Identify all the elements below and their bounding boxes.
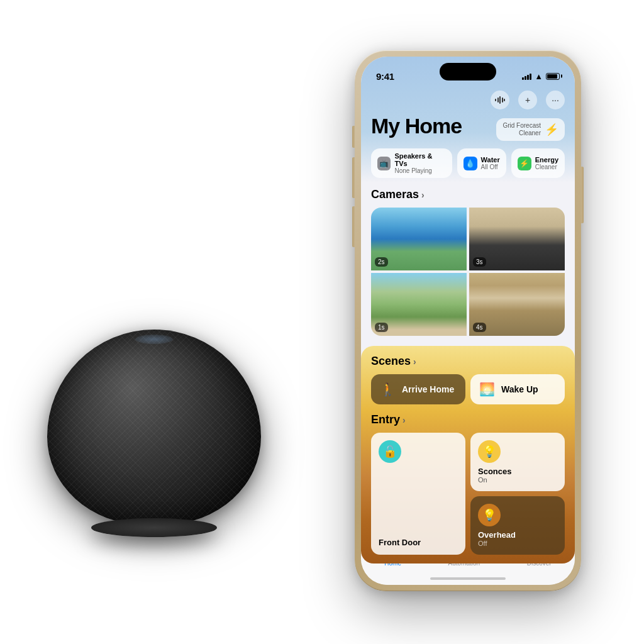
status-bar: 9:41 ▲ — [361, 57, 575, 87]
entry-label: Entry — [371, 413, 400, 426]
homepod — [38, 311, 270, 543]
grid-forecast-text-group: Grid Forecast Cleaner — [502, 122, 541, 137]
chip-speakers-sub: None Playing — [394, 167, 445, 174]
wake-up-icon: 🌅 — [479, 382, 495, 397]
entry-devices-grid: 🔓 Front Door 💡 Sconces On — [371, 433, 565, 555]
sconces-card[interactable]: 💡 Sconces On — [470, 433, 565, 491]
battery-fill — [547, 74, 557, 79]
entry-chevron-icon: › — [402, 415, 406, 425]
energy-icon: ⚡ — [518, 157, 531, 170]
sconces-text-group: Sconces On — [478, 467, 557, 484]
wave-bar-2 — [497, 97, 499, 103]
cameras-chevron-icon: › — [421, 190, 425, 200]
front-door-card[interactable]: 🔓 Front Door — [371, 433, 465, 555]
camera-pool-badge: 2s — [375, 257, 388, 267]
overhead-name: Overhead — [478, 530, 557, 540]
status-icons: ▲ — [522, 72, 560, 81]
wave-bar-1 — [495, 99, 496, 101]
scenes-chevron-icon: › — [413, 357, 416, 367]
entry-section: Entry › 🔓 Front Door — [371, 413, 565, 555]
screen-content: + ··· My Home Grid Forecast Cleaner — [361, 87, 575, 565]
iphone-frame: 9:41 ▲ — [355, 50, 581, 591]
camera-garage-badge: 3s — [473, 257, 486, 267]
chip-water[interactable]: 💧 Water All Off — [457, 148, 506, 178]
iphone-screen: 9:41 ▲ — [361, 57, 575, 585]
homepod-base — [91, 518, 217, 537]
chip-energy-text: Energy Cleaner — [535, 156, 558, 170]
more-button[interactable]: ··· — [546, 91, 565, 109]
battery-icon — [546, 73, 560, 80]
wake-up-label: Wake Up — [501, 384, 538, 394]
grid-forecast-line2: Cleaner — [502, 130, 541, 137]
arrive-home-icon: 🚶 — [380, 382, 396, 397]
status-time: 9:41 — [376, 71, 394, 82]
waveform-icon — [495, 96, 505, 104]
waveform-button[interactable] — [491, 91, 509, 109]
chip-energy-sub: Cleaner — [535, 164, 558, 170]
category-chips: 📺 Speakers & TVs None Playing 💧 Water Al… — [371, 148, 565, 178]
wave-bar-5 — [504, 99, 505, 101]
scenes-section: Scenes › 🚶 Arrive Home 🌅 Wake — [371, 355, 565, 404]
homepod-body — [47, 330, 261, 525]
chip-energy-label: Energy — [535, 156, 558, 164]
camera-living-room[interactable]: 4s — [469, 273, 565, 336]
volume-up-button — [352, 157, 355, 198]
wifi-icon: ▲ — [535, 72, 543, 81]
chip-water-sub: All Off — [481, 164, 500, 170]
dynamic-island — [440, 63, 496, 80]
front-door-name: Front Door — [379, 538, 458, 547]
iphone: 9:41 ▲ — [355, 50, 581, 591]
power-button — [581, 167, 584, 223]
overhead-card[interactable]: 💡 Overhead Off — [470, 496, 565, 555]
wave-bar-4 — [502, 97, 503, 103]
grid-forecast-badge[interactable]: Grid Forecast Cleaner ⚡ — [496, 118, 565, 141]
sconces-name: Sconces — [478, 467, 557, 476]
speakers-icon: 📺 — [377, 157, 391, 170]
front-door-icon: 🔓 — [379, 440, 401, 463]
scenes-section-header[interactable]: Scenes › — [371, 355, 565, 368]
chip-energy[interactable]: ⚡ Energy Cleaner — [511, 148, 565, 178]
chip-speakers-text: Speakers & TVs None Playing — [394, 152, 445, 174]
home-title-row: My Home Grid Forecast Cleaner ⚡ — [371, 114, 565, 141]
entry-section-header[interactable]: Entry › — [371, 413, 565, 426]
camera-garage[interactable]: 3s — [469, 208, 565, 270]
signal-bar-2 — [525, 76, 526, 80]
home-title: My Home — [371, 114, 462, 138]
wake-up-button[interactable]: 🌅 Wake Up — [470, 374, 565, 404]
scenes-label: Scenes — [371, 355, 411, 368]
water-icon: 💧 — [464, 157, 477, 170]
sconces-status: On — [478, 476, 557, 484]
signal-bar-1 — [522, 77, 524, 80]
overhead-text-group: Overhead Off — [478, 530, 557, 547]
camera-living-badge: 4s — [473, 323, 486, 332]
arrive-home-button[interactable]: 🚶 Arrive Home — [371, 374, 465, 404]
overhead-status: Off — [478, 540, 557, 547]
volume-down-button — [352, 206, 355, 247]
signal-icon — [522, 72, 531, 80]
scene: 9:41 ▲ — [0, 0, 644, 644]
chip-speakers-label: Speakers & TVs — [394, 152, 445, 167]
cameras-label: Cameras — [371, 188, 419, 201]
chip-water-text: Water All Off — [481, 156, 500, 170]
header-actions: + ··· — [371, 87, 565, 114]
camera-patio-badge: 1s — [375, 323, 388, 332]
home-indicator — [430, 577, 506, 580]
sconces-icon: 💡 — [478, 440, 501, 463]
overhead-icon: 💡 — [478, 504, 501, 526]
signal-bar-4 — [530, 74, 531, 80]
chip-water-label: Water — [481, 156, 500, 164]
cameras-section-header[interactable]: Cameras › — [371, 188, 565, 201]
homepod-top-glow — [135, 335, 173, 344]
scenes-row: 🚶 Arrive Home 🌅 Wake Up — [371, 374, 565, 404]
warm-section: Scenes › 🚶 Arrive Home 🌅 Wake — [361, 346, 575, 564]
camera-pool[interactable]: 2s — [371, 208, 467, 270]
grid-forecast-line1: Grid Forecast — [502, 122, 541, 130]
arrive-home-label: Arrive Home — [402, 384, 454, 394]
cameras-grid: 2s 3s 1s 4s — [371, 208, 565, 336]
chip-speakers[interactable]: 📺 Speakers & TVs None Playing — [371, 148, 452, 178]
add-button[interactable]: + — [518, 91, 537, 109]
more-icon: ··· — [552, 95, 559, 105]
camera-patio[interactable]: 1s — [371, 273, 467, 336]
homepod-mesh — [47, 330, 261, 525]
silent-switch — [352, 126, 355, 148]
